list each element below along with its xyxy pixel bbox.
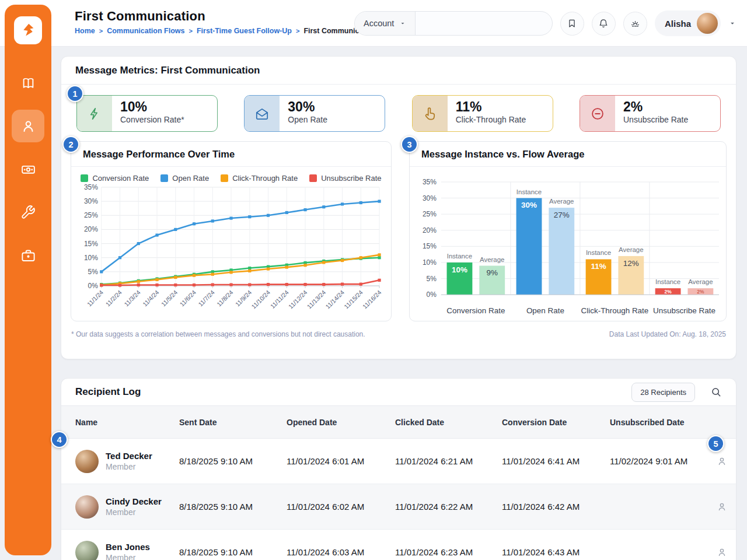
svg-text:Instance: Instance bbox=[586, 249, 611, 256]
col-conversion-date[interactable]: Conversion Date bbox=[502, 418, 610, 427]
breadcrumb-first-time-guest-follow-up[interactable]: First-Time Guest Follow-Up bbox=[197, 27, 292, 35]
performance-line-chart: 0%5%10%15%20%25%30%35%11/1/2411/2/2411/3… bbox=[76, 183, 386, 320]
svg-text:25%: 25% bbox=[423, 210, 437, 218]
comparison-chart-title: Message Instance vs. Flow Average bbox=[410, 142, 726, 167]
search-scope-dropdown[interactable]: Account bbox=[355, 12, 416, 35]
svg-text:11/4/24: 11/4/24 bbox=[142, 289, 160, 307]
unsubscribe-rate-value: 2% bbox=[623, 100, 688, 114]
top-header: First Communication Home Communication F… bbox=[0, 0, 747, 47]
click-through-rate-card: 11% Click-Through Rate bbox=[412, 95, 553, 132]
svg-text:2%: 2% bbox=[664, 289, 672, 295]
open-rate-card: 30% Open Rate bbox=[244, 95, 385, 132]
opened-date: 11/01/2024 6:03 AM bbox=[287, 547, 395, 557]
view-person-button[interactable] bbox=[717, 502, 727, 512]
hand-pointer-icon bbox=[423, 106, 438, 121]
magnifier-icon[interactable] bbox=[710, 386, 722, 398]
open-envelope-icon bbox=[254, 106, 270, 121]
table-row[interactable]: Cindy Decker Member 8/18/2025 9:10 AM 11… bbox=[61, 484, 736, 530]
page-title: First Communication bbox=[75, 9, 376, 24]
sidebar-item-work[interactable] bbox=[12, 239, 44, 272]
col-clicked-date[interactable]: Clicked Date bbox=[395, 418, 502, 427]
svg-text:20%: 20% bbox=[423, 226, 437, 235]
view-person-button[interactable] bbox=[717, 548, 727, 557]
performance-chart-title: Message Performance Over Time bbox=[71, 142, 391, 167]
lightning-icon bbox=[87, 106, 102, 121]
bell-icon bbox=[598, 18, 609, 29]
sidebar-item-people[interactable] bbox=[12, 110, 44, 142]
svg-text:Open Rate: Open Rate bbox=[526, 306, 564, 315]
svg-text:Conversion Rate: Conversion Rate bbox=[446, 306, 505, 315]
annotation-badge-4: 4 bbox=[51, 431, 68, 448]
svg-text:11/1/24: 11/1/24 bbox=[86, 289, 104, 307]
svg-text:12%: 12% bbox=[623, 259, 639, 268]
recipient-role: Member bbox=[106, 553, 150, 560]
money-icon bbox=[20, 162, 36, 177]
svg-text:35%: 35% bbox=[423, 178, 437, 186]
table-row[interactable]: Ted Decker Member 8/18/2025 9:10 AM 11/0… bbox=[61, 439, 736, 484]
notifications-button[interactable] bbox=[592, 12, 616, 36]
click-through-rate-value: 11% bbox=[456, 100, 526, 114]
svg-text:11/9/24: 11/9/24 bbox=[234, 289, 253, 307]
unsubscribe-rate-label: Unsubscribe Rate bbox=[623, 115, 688, 124]
recipients-count-button[interactable]: 28 Recipients bbox=[631, 383, 695, 402]
clicked-date: 11/01/2024 6:21 AM bbox=[395, 456, 502, 466]
performance-chart-panel: Message Performance Over Time Conversion… bbox=[71, 141, 392, 321]
conversion-date: 11/01/2024 6:42 AM bbox=[502, 502, 610, 512]
col-sent-date[interactable]: Sent Date bbox=[179, 418, 287, 427]
rock-arrow-logo bbox=[19, 22, 37, 39]
conversion-rate-value: 10% bbox=[120, 100, 184, 114]
svg-text:20%: 20% bbox=[84, 225, 98, 233]
person-icon bbox=[717, 457, 727, 466]
svg-text:30%: 30% bbox=[84, 197, 98, 205]
conversion-date: 11/01/2024 6:43 AM bbox=[502, 547, 610, 557]
col-name[interactable]: Name bbox=[75, 418, 179, 427]
recipient-name: Ted Decker bbox=[106, 451, 152, 461]
col-opened-date[interactable]: Opened Date bbox=[287, 418, 395, 427]
svg-text:5%: 5% bbox=[427, 275, 437, 283]
svg-text:35%: 35% bbox=[84, 183, 98, 191]
breadcrumb-separator bbox=[296, 27, 299, 35]
unsubscribe-rate-card: 2% Unsubscribe Rate bbox=[580, 95, 721, 132]
bookmark-button[interactable] bbox=[560, 12, 584, 36]
sent-date: 8/18/2025 9:10 AM bbox=[179, 547, 287, 557]
minus-circle-icon bbox=[590, 106, 605, 121]
svg-text:30%: 30% bbox=[423, 194, 437, 202]
recipient-table-header: Name Sent Date Opened Date Clicked Date … bbox=[61, 406, 736, 439]
recipient-log-panel: Recipient Log 28 Recipients Name Sent Da… bbox=[61, 378, 736, 560]
book-icon bbox=[20, 75, 36, 91]
sent-date: 8/18/2025 9:10 AM bbox=[179, 502, 287, 512]
chevron-down-icon[interactable] bbox=[728, 19, 736, 27]
global-search: Account bbox=[354, 11, 553, 36]
svg-text:10%: 10% bbox=[452, 265, 467, 274]
svg-text:0%: 0% bbox=[427, 290, 437, 299]
annotation-badge-3: 3 bbox=[401, 136, 418, 153]
open-rate-label: Open Rate bbox=[288, 115, 327, 124]
svg-text:11/16/24: 11/16/24 bbox=[361, 289, 382, 310]
app-logo[interactable] bbox=[14, 16, 42, 44]
svg-text:25%: 25% bbox=[84, 211, 98, 219]
click-through-rate-label: Click-Through Rate bbox=[456, 115, 526, 124]
view-person-button[interactable] bbox=[717, 457, 727, 466]
data-last-updated: Data Last Updated On: Aug. 18, 2025 bbox=[609, 330, 726, 338]
open-rate-value: 30% bbox=[288, 100, 327, 114]
user-menu[interactable]: Alisha bbox=[655, 10, 721, 36]
breadcrumb: Home Communication Flows First-Time Gues… bbox=[75, 27, 376, 35]
clicked-date: 11/01/2024 6:23 AM bbox=[395, 547, 502, 557]
svg-text:11/3/24: 11/3/24 bbox=[123, 289, 142, 307]
global-search-input[interactable] bbox=[416, 12, 552, 35]
sidebar-item-library[interactable] bbox=[12, 66, 44, 99]
sidebar-item-finance[interactable] bbox=[12, 153, 44, 186]
unsubscribed-date: 11/02/2024 9:01 AM bbox=[610, 456, 717, 466]
chevron-down-icon bbox=[399, 20, 406, 27]
table-row[interactable]: Ben Jones Member 8/18/2025 9:10 AM 11/01… bbox=[61, 530, 736, 560]
conversion-date: 11/01/2024 6:41 AM bbox=[502, 456, 610, 466]
conversion-rate-label: Conversion Rate* bbox=[120, 115, 184, 124]
recipient-name: Ben Jones bbox=[106, 542, 150, 552]
col-unsubscribed-date[interactable]: Unsubscribed Date bbox=[610, 418, 717, 427]
bookmark-icon bbox=[567, 18, 577, 29]
breadcrumb-communication-flows[interactable]: Communication Flows bbox=[107, 27, 184, 35]
theme-toggle-button[interactable] bbox=[623, 12, 647, 36]
svg-text:Instance: Instance bbox=[516, 188, 542, 195]
sidebar-item-tools[interactable] bbox=[12, 196, 44, 229]
breadcrumb-home[interactable]: Home bbox=[75, 27, 95, 35]
